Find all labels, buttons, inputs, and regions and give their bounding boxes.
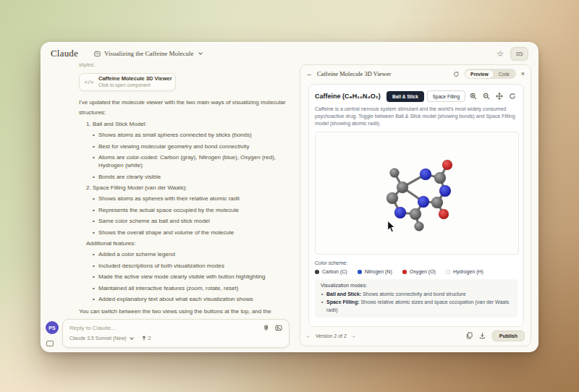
artifact-card-subtitle: Click to open component [98, 82, 172, 88]
claude-logo[interactable]: Claude [51, 48, 78, 59]
section-title: 2. Space Filling Model (van der Waals): [86, 184, 295, 192]
upload-icon[interactable] [141, 335, 147, 341]
artifact-card[interactable]: </> Caffeine Molecule 3D Viewer Click to… [79, 73, 176, 91]
color-legend: Carbon (C)Nitrogen (N)Oxygen (O)Hydrogen… [315, 269, 517, 274]
legend-color-dot [446, 270, 450, 274]
list-item: Added a color scheme legend [98, 250, 295, 258]
move-icon [496, 93, 503, 100]
mode-item: Ball and Stick: Shows atomic connectivit… [321, 290, 512, 298]
chat-column: styles. </> Caffeine Molecule 3D Viewer … [79, 61, 295, 327]
molecule-viewer[interactable] [315, 132, 519, 255]
molecule-svg [316, 132, 519, 255]
legend-item: Nitrogen (N) [358, 269, 392, 274]
reset-icon [509, 93, 516, 100]
list-item: Shows atoms as spheres with their relati… [98, 195, 295, 203]
ball-stick-button[interactable]: Ball & Stick [386, 91, 424, 102]
mode-item: Space Filling: Shows relative atomic siz… [321, 298, 512, 314]
legend-title: Color scheme: [315, 260, 517, 265]
legend-color-dot [402, 270, 407, 274]
cursor-icon [386, 221, 397, 233]
preview-code-toggle: Preview Code [465, 69, 516, 79]
screenshot-region-icon[interactable] [46, 341, 54, 346]
legend-item: Hydrogen (H) [446, 269, 483, 274]
artifact-panel: ← Caffeine Molecule 3D Viewer Preview Co… [300, 64, 531, 346]
legend-color-dot [358, 270, 362, 274]
legend-item: Oxygen (O) [402, 269, 436, 274]
copy-icon[interactable] [466, 332, 473, 339]
modes-title: Visualization modes: [321, 283, 512, 288]
reply-composer[interactable]: Reply to Claude... Claude 3.5 Sonnet (Ne… [62, 319, 290, 348]
molecule-title: Caffeine (C₈H₁₀N₄O₂) [315, 93, 381, 100]
chat-title-menu[interactable]: Visualizing the Caffeine Molecule [94, 50, 202, 57]
user-avatar[interactable]: PS [46, 321, 59, 334]
refresh-icon[interactable] [453, 71, 460, 77]
version-label: Version 2 of 2 [316, 333, 347, 338]
move-button[interactable] [494, 92, 504, 101]
reset-view-button[interactable] [507, 92, 517, 101]
space-filling-button[interactable]: Space Filling [427, 90, 465, 102]
artifact-panel-footer: ← Version 2 of 2 → Publish [306, 329, 525, 342]
assistant-message-intro: I've updated the molecule viewer with th… [79, 98, 295, 118]
list-item: Best for viewing molecular geometry and … [98, 142, 295, 150]
list-item: Represents the actual space occupied by … [98, 206, 295, 214]
chat-icon [94, 51, 101, 57]
list-item: Atoms are color-coded: Carbon (gray), Ni… [98, 153, 295, 169]
code-icon: </> [80, 80, 98, 85]
model-selector[interactable]: Claude 3.5 Sonnet (New) [69, 336, 127, 341]
artifact-card-title: Caffeine Molecule 3D Viewer [98, 75, 172, 82]
list-item: Maintained all interactive features (zoo… [98, 284, 295, 292]
chevron-down-icon [130, 336, 134, 340]
artifact-panel-header: ← Caffeine Molecule 3D Viewer Preview Co… [300, 65, 531, 82]
section-title: 1. Ball and Stick Model: [86, 120, 295, 129]
next-version-icon[interactable]: → [351, 333, 356, 338]
modes-list: Ball and Stick: Shows atomic connectivit… [321, 290, 512, 314]
panel-toggle-button[interactable] [510, 47, 528, 61]
visualization-modes: Visualization modes: Ball and Stick: Sho… [315, 279, 517, 318]
back-arrow-icon[interactable]: ← [306, 70, 313, 77]
prev-version-icon[interactable]: ← [306, 333, 311, 338]
assistant-message-sections: 1. Ball and Stick Model:Shows atoms as s… [79, 120, 295, 303]
previous-message-fragment: styles. [79, 61, 295, 68]
publish-button[interactable]: Publish [492, 331, 525, 341]
chat-title: Visualizing the Caffeine Molecule [104, 50, 194, 57]
tab-preview[interactable]: Preview [465, 70, 494, 78]
list-item: Bonds are clearly visible [98, 173, 295, 181]
zoom-out-button[interactable] [481, 92, 491, 101]
zoom-in-icon [470, 93, 477, 100]
list-item: Shows atoms as small spheres connected b… [98, 131, 295, 139]
legend-item: Carbon (C) [315, 269, 347, 274]
list-item: Same color scheme as ball and stick mode… [98, 217, 295, 225]
list-item: Made the active view mode clearly visibl… [98, 273, 295, 281]
list-item: Included descriptions of both visualizat… [98, 262, 295, 270]
reply-input[interactable]: Reply to Claude... [69, 325, 116, 331]
artifact-content-card: Caffeine (C₈H₁₀N₄O₂) Ball & Stick Space … [308, 84, 524, 327]
chevron-down-icon [198, 51, 203, 55]
close-icon[interactable]: × [521, 70, 525, 77]
section-title: Additional features: [86, 239, 295, 248]
attachment-count: 2 [148, 336, 151, 341]
artifact-panel-title: Caffeine Molecule 3D Viewer [317, 70, 391, 77]
image-capture-icon[interactable] [275, 325, 282, 331]
list-item: Shows the overall shape and volume of th… [98, 229, 295, 237]
star-icon[interactable]: ☆ [496, 50, 504, 58]
app-window: Claude Visualizing the Caffeine Molecule… [41, 42, 538, 352]
zoom-out-icon [483, 93, 490, 100]
molecule-description: Caffeine is a central nervous system sti… [315, 106, 519, 127]
tab-code[interactable]: Code [494, 70, 515, 78]
zoom-in-button[interactable] [468, 92, 478, 101]
list-item: Added explanatory text about what each v… [98, 295, 295, 303]
paperclip-icon[interactable] [263, 324, 269, 331]
download-icon[interactable] [479, 332, 486, 339]
legend-color-dot [315, 270, 319, 274]
panel-toggle-icon [515, 51, 523, 57]
